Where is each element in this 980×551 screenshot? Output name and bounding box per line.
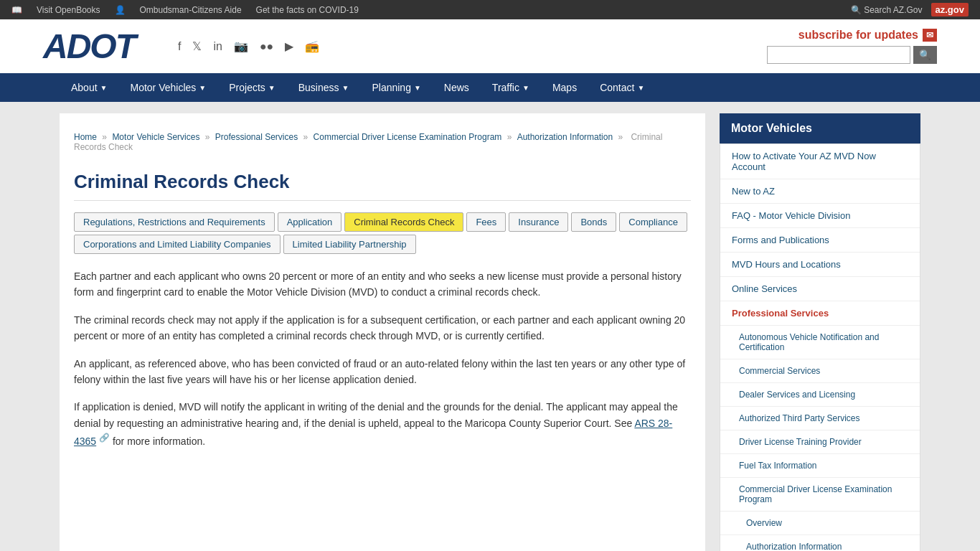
sidebar-activate-mvd[interactable]: How to Activate Your AZ MVD Now Account bbox=[720, 144, 920, 179]
person-icon: 👤 bbox=[115, 5, 126, 15]
envelope-icon: ✉ bbox=[923, 29, 937, 42]
nav-about[interactable]: About ▼ bbox=[60, 73, 119, 102]
sidebar-cdlep[interactable]: Commercial Driver License Examination Pr… bbox=[720, 478, 920, 512]
tabs-container: Regulations, Restrictions and Requiremen… bbox=[74, 212, 691, 254]
sidebar: Motor Vehicles How to Activate Your AZ M… bbox=[720, 113, 920, 551]
social-icons: f 𝕏 in 📷 ●● ▶ 📻 bbox=[178, 39, 319, 53]
sidebar-professional-services-header: Professional Services bbox=[720, 301, 920, 326]
sidebar-online-services[interactable]: Online Services bbox=[720, 277, 920, 301]
nav-contact[interactable]: Contact ▼ bbox=[588, 73, 656, 102]
logo-area: ADOT bbox=[43, 27, 135, 66]
sidebar-driver-license-training[interactable]: Driver License Training Provider bbox=[720, 430, 920, 454]
sidebar-commercial-services[interactable]: Commercial Services bbox=[720, 359, 920, 383]
breadcrumb-home[interactable]: Home bbox=[74, 132, 97, 142]
breadcrumb-professional-services[interactable]: Professional Services bbox=[215, 132, 298, 142]
tab-criminal-records-check[interactable]: Criminal Records Check bbox=[344, 212, 463, 232]
breadcrumb-sep-5: » bbox=[618, 132, 625, 142]
tab-fees[interactable]: Fees bbox=[466, 212, 506, 232]
page-title: Criminal Records Check bbox=[74, 171, 691, 201]
tab-regulations[interactable]: Regulations, Restrictions and Requiremen… bbox=[74, 212, 275, 232]
tab-application[interactable]: Application bbox=[278, 212, 342, 232]
main-nav-wrapper: About ▼ Motor Vehicles ▼ Projects ▼ Busi… bbox=[0, 73, 980, 102]
sidebar-dealer-services[interactable]: Dealer Services and Licensing bbox=[720, 383, 920, 407]
nav-maps[interactable]: Maps bbox=[541, 73, 588, 102]
sidebar-new-to-az[interactable]: New to AZ bbox=[720, 179, 920, 204]
instagram-icon[interactable]: 📷 bbox=[234, 39, 248, 53]
nav-business[interactable]: Business ▼ bbox=[287, 73, 361, 102]
open-books-icon: 📖 bbox=[11, 5, 22, 15]
covid-link[interactable]: Get the facts on COVID-19 bbox=[256, 5, 359, 15]
tab-corporations[interactable]: Corporations and Limited Liability Compa… bbox=[74, 235, 281, 254]
tab-llp[interactable]: Limited Liability Partnership bbox=[283, 235, 416, 254]
breadcrumb-motor-vehicle-services[interactable]: Motor Vehicle Services bbox=[112, 132, 199, 142]
breadcrumb-sep-3: » bbox=[303, 132, 311, 142]
main-content: Home » Motor Vehicle Services » Professi… bbox=[60, 113, 705, 551]
sidebar-title: Motor Vehicles bbox=[720, 113, 920, 143]
linkedin-icon[interactable]: in bbox=[213, 40, 222, 53]
subscribe-label: subscribe for updates bbox=[798, 29, 918, 42]
sidebar-fuel-tax[interactable]: Fuel Tax Information bbox=[720, 454, 920, 478]
sidebar-faq-mvd[interactable]: FAQ - Motor Vehicle Division bbox=[720, 204, 920, 228]
az-gov-badge: az.gov bbox=[931, 3, 969, 17]
nav-traffic[interactable]: Traffic ▼ bbox=[481, 73, 541, 102]
ombudsman-link[interactable]: Ombudsman-Citizens Aide bbox=[140, 5, 242, 15]
youtube-icon[interactable]: ▶ bbox=[285, 39, 293, 53]
sidebar-mvd-hours[interactable]: MVD Hours and Locations bbox=[720, 253, 920, 277]
tab-insurance[interactable]: Insurance bbox=[509, 212, 568, 232]
body-text: Each partner and each applicant who owns… bbox=[74, 268, 691, 449]
sidebar-authorization-info[interactable]: Authorization Information bbox=[720, 535, 920, 551]
nav-projects[interactable]: Projects ▼ bbox=[217, 73, 286, 102]
sidebar-overview[interactable]: Overview bbox=[720, 512, 920, 535]
sidebar-authorized-third-party[interactable]: Authorized Third Party Services bbox=[720, 407, 920, 430]
breadcrumb-sep-4: » bbox=[507, 132, 514, 142]
top-bar-right: 🔍 Search AZ.Gov az.gov bbox=[851, 3, 969, 17]
paragraph-2: The criminal records check may not apply… bbox=[74, 312, 691, 344]
nav-news[interactable]: News bbox=[433, 73, 481, 102]
podcast-icon[interactable]: 📻 bbox=[305, 39, 319, 53]
header: ADOT f 𝕏 in 📷 ●● ▶ 📻 subscribe for updat… bbox=[0, 19, 980, 73]
sidebar-nav: How to Activate Your AZ MVD Now Account … bbox=[720, 143, 920, 551]
page-inner: Home » Motor Vehicle Services » Professi… bbox=[60, 102, 920, 551]
paragraph-3: An applicant, as referenced above, who h… bbox=[74, 356, 691, 388]
external-link-icon: 🔗 bbox=[99, 433, 110, 442]
page-background: Home » Motor Vehicle Services » Professi… bbox=[0, 102, 980, 551]
search-az-label: 🔍 Search AZ.Gov bbox=[851, 5, 923, 15]
breadcrumb-auth-info[interactable]: Authorization Information bbox=[517, 132, 613, 142]
facebook-icon[interactable]: f bbox=[178, 40, 181, 53]
main-nav: About ▼ Motor Vehicles ▼ Projects ▼ Busi… bbox=[60, 73, 920, 102]
breadcrumb: Home » Motor Vehicle Services » Professi… bbox=[74, 125, 691, 159]
search-input[interactable] bbox=[767, 46, 910, 64]
subscribe-area: subscribe for updates ✉ 🔍 bbox=[767, 29, 937, 64]
top-bar: 📖 Visit OpenBooks 👤 Ombudsman-Citizens A… bbox=[0, 0, 980, 19]
open-books-link[interactable]: Visit OpenBooks bbox=[37, 5, 100, 15]
paragraph-4: If application is denied, MVD will notif… bbox=[74, 399, 691, 449]
flickr-icon[interactable]: ●● bbox=[260, 40, 273, 53]
tab-bonds[interactable]: Bonds bbox=[571, 212, 616, 232]
sidebar-forms-publications[interactable]: Forms and Publications bbox=[720, 228, 920, 253]
nav-motor-vehicles[interactable]: Motor Vehicles ▼ bbox=[119, 73, 218, 102]
paragraph-1: Each partner and each applicant who owns… bbox=[74, 268, 691, 301]
sidebar-autonomous-vehicle[interactable]: Autonomous Vehicle Notification and Cert… bbox=[720, 326, 920, 359]
twitter-icon[interactable]: 𝕏 bbox=[192, 39, 202, 53]
search-button[interactable]: 🔍 bbox=[913, 46, 937, 64]
adot-logo: ADOT bbox=[43, 27, 135, 66]
tab-compliance[interactable]: Compliance bbox=[619, 212, 687, 232]
breadcrumb-sep-2: » bbox=[205, 132, 212, 142]
subscribe-link[interactable]: subscribe for updates ✉ bbox=[798, 29, 937, 42]
nav-planning[interactable]: Planning ▼ bbox=[360, 73, 432, 102]
ars-link[interactable]: ARS 28-4365 bbox=[74, 418, 672, 447]
breadcrumb-cdlep[interactable]: Commercial Driver License Examination Pr… bbox=[314, 132, 502, 142]
breadcrumb-sep-1: » bbox=[102, 132, 109, 142]
search-box: 🔍 bbox=[767, 46, 937, 64]
